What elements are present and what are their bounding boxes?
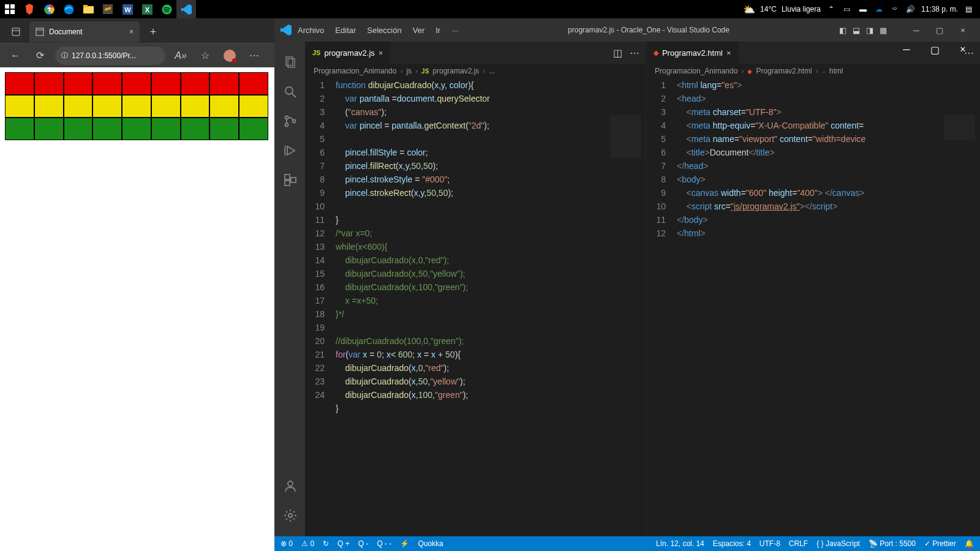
vscode-icon[interactable]	[176, 0, 196, 18]
url-text: 127.0.0.1:5500/Pr...	[72, 51, 136, 60]
activity-bar	[274, 42, 305, 536]
menu-item[interactable]: Archivo	[298, 26, 324, 35]
wifi-icon[interactable]: ⌔	[889, 4, 900, 15]
weather-desc[interactable]: Lluvia ligera	[782, 5, 821, 13]
svg-rect-17	[36, 28, 43, 36]
status-item[interactable]: Q -	[358, 539, 369, 548]
minimap[interactable]	[610, 115, 641, 158]
svg-marker-26	[287, 146, 295, 155]
editor-tab-js[interactable]: JS programav2.js ×	[305, 42, 391, 64]
encoding[interactable]: UTF-8	[760, 539, 780, 548]
svg-text:X: X	[145, 6, 149, 13]
editor-tab-html[interactable]: ◆ Programav2.html ×	[646, 42, 739, 64]
menu-item[interactable]: ···	[451, 26, 458, 35]
warnings-count[interactable]: ⚠ 0	[301, 539, 314, 548]
svg-rect-2	[5, 10, 9, 14]
svg-rect-20	[288, 59, 295, 67]
breadcrumb[interactable]: Programacion_Animando›◆ Programav2.html›…	[646, 64, 980, 78]
panel-right-icon[interactable]: ◨	[866, 26, 873, 35]
close-tab-icon[interactable]: ×	[129, 28, 134, 36]
spotify-icon[interactable]	[157, 0, 176, 18]
notifications-icon[interactable]: 🔔	[965, 539, 974, 548]
brave-icon[interactable]	[20, 0, 39, 18]
vscode-window: ArchivoEditarSelecciónVerIr··· programav…	[274, 18, 980, 551]
eol[interactable]: CRLF	[789, 539, 808, 548]
minimize-button[interactable]: ─	[905, 21, 927, 39]
live-server-port[interactable]: 📡 Port : 5500	[869, 539, 916, 548]
start-button[interactable]	[0, 0, 20, 18]
menu-item[interactable]: Ver	[413, 26, 425, 35]
close-tab-icon[interactable]: ×	[379, 48, 383, 58]
windows-taskbar: W X ⛅ 14°C Lluvia ligera ⌃ ▭ ▬ ☁ ⌔ 🔊 11:…	[0, 0, 980, 18]
browser-tab[interactable]: Document ×	[29, 21, 140, 42]
indentation[interactable]: Espacios: 4	[713, 539, 751, 548]
explorer-icon[interactable]	[275, 48, 304, 77]
close-tab-icon[interactable]: ×	[726, 48, 731, 58]
favorite-icon[interactable]: ☆	[196, 47, 214, 65]
quokka-status[interactable]: Quokka	[418, 539, 443, 548]
minimap[interactable]	[944, 115, 975, 140]
errors-count[interactable]: ⊗ 0	[281, 539, 293, 548]
edge-icon[interactable]	[59, 0, 78, 18]
extensions-icon[interactable]	[275, 165, 304, 195]
more-icon[interactable]: ⋯	[245, 47, 263, 65]
onedrive-icon[interactable]: ☁	[873, 4, 884, 15]
account-icon[interactable]	[275, 471, 304, 501]
reading-mode-icon[interactable]: A»	[172, 47, 190, 65]
browser-window: Document × + ─ ▢ × ← ⟳ ⓘ 127.0.0.1:5500/…	[0, 18, 274, 551]
settings-icon[interactable]	[275, 501, 304, 530]
menu-item[interactable]: Editar	[335, 26, 356, 35]
weather-temp[interactable]: 14°C	[760, 5, 777, 13]
source-control-icon[interactable]	[275, 107, 304, 136]
breadcrumb[interactable]: Programacion_Animando›js›JS programav2.j…	[305, 64, 646, 78]
new-tab-button[interactable]: +	[142, 22, 164, 42]
chrome-icon[interactable]	[39, 0, 59, 18]
more-actions-icon[interactable]: ⋯	[630, 47, 639, 59]
profile-icon[interactable]	[221, 47, 239, 65]
status-item[interactable]: Q - -	[377, 539, 391, 548]
tray-icon[interactable]: ▭	[842, 4, 853, 15]
cursor-position[interactable]: Lín. 12, col. 14	[656, 539, 704, 548]
svg-rect-19	[286, 57, 293, 66]
svg-rect-0	[5, 4, 9, 9]
svg-point-23	[285, 116, 288, 119]
menu-item[interactable]: Ir	[435, 26, 440, 35]
address-bar[interactable]: ⓘ 127.0.0.1:5500/Pr...	[55, 47, 165, 65]
status-item[interactable]: ⚡	[400, 539, 409, 548]
chevron-up-icon[interactable]: ⌃	[826, 4, 837, 15]
split-editor-icon[interactable]: ◫	[613, 47, 622, 59]
word-icon[interactable]: W	[118, 0, 137, 18]
explorer-icon[interactable]	[78, 0, 98, 18]
clock[interactable]: 11:38 p. m.	[921, 5, 958, 13]
svg-text:W: W	[124, 6, 131, 13]
excel-icon[interactable]: X	[137, 0, 157, 18]
notifications-icon[interactable]: ▤	[963, 4, 974, 15]
tab-label: Programav2.html	[662, 48, 723, 58]
maximize-button[interactable]: ▢	[921, 40, 948, 59]
info-icon[interactable]: ⓘ	[61, 51, 68, 60]
close-button[interactable]: ×	[949, 40, 976, 59]
back-button[interactable]: ←	[6, 47, 24, 65]
sublime-icon[interactable]	[98, 0, 118, 18]
tabs-menu-button[interactable]	[5, 22, 27, 42]
window-title: programav2.js - Oracle_One - Visual Stud…	[568, 26, 729, 34]
reload-button[interactable]: ⟳	[31, 47, 49, 65]
maximize-button[interactable]: ▢	[929, 21, 951, 39]
svg-point-31	[288, 514, 292, 517]
debug-icon[interactable]	[275, 136, 304, 165]
status-item[interactable]: Q +	[337, 539, 350, 548]
status-item[interactable]: ↻	[323, 539, 329, 548]
battery-icon[interactable]: ▬	[858, 4, 869, 15]
prettier-status[interactable]: ✓ Prettier	[924, 539, 956, 548]
svg-rect-15	[12, 28, 20, 36]
page-content	[0, 67, 274, 551]
search-icon[interactable]	[275, 77, 304, 107]
minimize-button[interactable]: ─	[893, 40, 920, 59]
layout-icon[interactable]: ▦	[880, 26, 887, 35]
language-mode[interactable]: { } JavaScript	[816, 539, 860, 548]
menu-item[interactable]: Selección	[367, 26, 401, 35]
panel-left-icon[interactable]: ◧	[839, 26, 846, 35]
volume-icon[interactable]: 🔊	[905, 4, 916, 15]
panel-bottom-icon[interactable]: ⬓	[853, 26, 860, 35]
close-button[interactable]: ×	[952, 21, 974, 39]
